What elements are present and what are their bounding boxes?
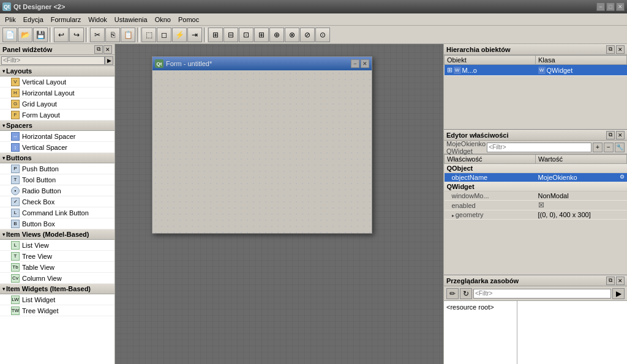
prop-row[interactable]: enabled ☒ — [445, 201, 627, 210]
list-item[interactable]: L Command Link Button — [0, 207, 115, 218]
prop-close-button[interactable]: ✕ — [616, 131, 625, 139]
column-view-label: Column View — [22, 275, 62, 282]
list-item[interactable]: B Button Box — [0, 218, 115, 229]
menu-okno[interactable]: Okno — [151, 15, 175, 24]
obj-class-icon: W — [454, 67, 461, 74]
grid-layout-icon: G — [11, 100, 20, 108]
list-item[interactable]: V Vertical Layout — [0, 76, 115, 87]
category-buttons-label: Buttons — [6, 154, 32, 162]
list-item[interactable]: • Radio Button — [0, 185, 115, 196]
hierarchy-float-button[interactable]: ⧉ — [606, 45, 615, 54]
adjust-size[interactable]: ⊙ — [315, 28, 330, 42]
form-window[interactable]: Qt Form - untitled* − ✕ — [152, 56, 372, 234]
list-item[interactable]: F Form Layout — [0, 110, 115, 121]
layout-form[interactable]: ⊞ — [254, 28, 269, 42]
layout-v[interactable]: ⊟ — [223, 28, 238, 42]
hierarchy-title: Hierarchia obiektów — [446, 46, 511, 53]
connect-tool[interactable]: ⚡ — [172, 28, 187, 42]
menu-widok[interactable]: Widok — [84, 15, 111, 24]
prop-filter-wrench[interactable]: 🔧 — [615, 143, 625, 152]
hierarchy-row[interactable]: ⊞ W M...o W QWidget — [445, 65, 627, 76]
prop-row[interactable]: ▸ geometry [(0, 0), 400 x 300] — [445, 210, 627, 220]
buttons-expand-icon: ▾ — [2, 155, 5, 161]
list-item[interactable]: Tb Table View — [0, 262, 115, 273]
canvas-area[interactable]: Qt Form - untitled* − ✕ — [115, 44, 443, 364]
resource-refresh-button[interactable]: ↻ — [460, 288, 472, 299]
prop-filter-remove[interactable]: − — [604, 143, 614, 152]
list-item[interactable]: Cv Column View — [0, 273, 115, 284]
form-minimize-button[interactable]: − — [351, 59, 359, 68]
form-close-button[interactable]: ✕ — [361, 59, 369, 68]
prop-float-button[interactable]: ⧉ — [606, 131, 615, 139]
toolbar-separator-1 — [50, 28, 52, 42]
break-layout[interactable]: ⊘ — [300, 28, 315, 42]
category-buttons[interactable]: ▾ Buttons — [0, 153, 115, 163]
panel-close-button[interactable]: ✕ — [103, 45, 112, 54]
category-layouts[interactable]: ▾ Layouts — [0, 66, 115, 76]
toolbar-separator-2 — [86, 28, 88, 42]
paste-button[interactable]: 📋 — [121, 28, 135, 42]
menu-plik[interactable]: Plik — [1, 15, 20, 24]
prop-filter-add[interactable]: + — [593, 143, 603, 152]
layout-h[interactable]: ⊞ — [208, 28, 223, 42]
form-body[interactable] — [152, 70, 372, 233]
panel-header: Panel widżetów ⧉ ✕ — [0, 44, 115, 55]
widget-panel: Panel widżetów ⧉ ✕ ▶ ▾ Layouts V Vertica… — [0, 44, 115, 364]
copy-button[interactable]: ⎘ — [105, 28, 120, 42]
redo-button[interactable]: ↪ — [69, 28, 84, 42]
prop-section-qwidget: QWidget — [445, 182, 627, 191]
panel-float-button[interactable]: ⧉ — [94, 45, 103, 54]
tab-order-tool[interactable]: ⇥ — [187, 28, 202, 42]
category-item-views[interactable]: ▾ Item Views (Model-Based) — [0, 229, 115, 240]
list-item[interactable]: TW Tree Widget — [0, 305, 115, 316]
open-button[interactable]: 📂 — [18, 28, 32, 42]
select-tool[interactable]: ⬚ — [141, 28, 156, 42]
list-item[interactable]: H Horizontal Layout — [0, 87, 115, 98]
resource-pencil-button[interactable]: ✏ — [446, 288, 459, 299]
push-button-icon: P — [11, 165, 20, 173]
menu-formularz[interactable]: Formularz — [47, 15, 85, 24]
table-view-label: Table View — [22, 264, 54, 271]
list-item[interactable]: G Grid Layout — [0, 98, 115, 110]
widget-tool[interactable]: ◻ — [157, 28, 171, 42]
layout-grid[interactable]: ⊡ — [239, 28, 253, 42]
tree-widget-icon: TW — [11, 306, 20, 315]
enabled-checkbox-icon[interactable]: ☒ — [538, 201, 544, 209]
menu-ustawienia[interactable]: Ustawienia — [111, 15, 151, 24]
list-item[interactable]: T Tool Button — [0, 174, 115, 185]
form-layout-label: Form Layout — [22, 111, 60, 119]
list-item[interactable]: ✓ Check Box — [0, 196, 115, 207]
menu-edycja[interactable]: Edycja — [20, 15, 47, 24]
category-item-widgets[interactable]: ▾ Item Widgets (Item-Based) — [0, 284, 115, 294]
resource-float-button[interactable]: ⧉ — [606, 277, 615, 285]
filter-arrow[interactable]: ▶ — [105, 56, 113, 65]
cut-button[interactable]: ✂ — [90, 28, 105, 42]
undo-button[interactable]: ↩ — [54, 28, 69, 42]
list-item[interactable]: ↕ Vertical Spacer — [0, 142, 115, 153]
minimize-button[interactable]: − — [596, 2, 605, 11]
filter-input[interactable] — [1, 56, 105, 65]
close-button[interactable]: ✕ — [616, 2, 625, 11]
list-item[interactable]: ↔ Horizontal Spacer — [0, 131, 115, 142]
maximize-button[interactable]: □ — [606, 2, 615, 11]
resource-filter-input[interactable] — [473, 289, 611, 299]
layout-splitter-h[interactable]: ⊕ — [269, 28, 284, 42]
table-view-icon: Tb — [11, 263, 20, 272]
prop-row[interactable]: objectName MojeOkienko ⚙ — [445, 173, 627, 182]
category-spacers[interactable]: ▾ Spacers — [0, 121, 115, 131]
hierarchy-close-button[interactable]: ✕ — [616, 45, 625, 54]
prop-geometry-key: ▸ geometry — [445, 210, 536, 220]
save-button[interactable]: 💾 — [33, 28, 48, 42]
menu-pomoc[interactable]: Pomoc — [175, 15, 203, 24]
vertical-spacer-label: Vertical Spacer — [22, 144, 67, 151]
list-item[interactable]: T Tree View — [0, 251, 115, 262]
resource-close-button[interactable]: ✕ — [616, 277, 625, 285]
prop-row[interactable]: windowMo... NonModal — [445, 191, 627, 201]
new-button[interactable]: 📄 — [2, 28, 17, 42]
resource-filter-apply[interactable]: ▶ — [612, 288, 625, 299]
list-item[interactable]: P Push Button — [0, 163, 115, 174]
list-item[interactable]: L List View — [0, 240, 115, 251]
layout-splitter-v[interactable]: ⊗ — [285, 28, 299, 42]
prop-filter-input[interactable] — [487, 143, 591, 152]
list-item[interactable]: LW List Widget — [0, 294, 115, 305]
